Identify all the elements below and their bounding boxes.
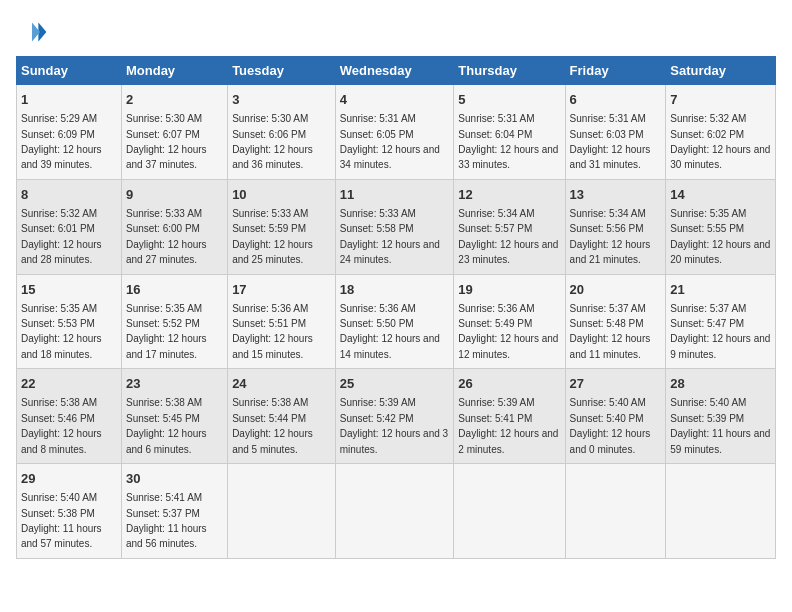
- calendar-cell: 4 Sunrise: 5:31 AM Sunset: 6:05 PM Dayli…: [335, 85, 454, 180]
- calendar-cell: 25 Sunrise: 5:39 AM Sunset: 5:42 PM Dayl…: [335, 369, 454, 464]
- day-sunset: Sunset: 6:05 PM: [340, 129, 414, 140]
- day-sunrise: Sunrise: 5:33 AM: [340, 208, 416, 219]
- day-sunset: Sunset: 6:04 PM: [458, 129, 532, 140]
- day-sunrise: Sunrise: 5:40 AM: [670, 397, 746, 408]
- day-daylight: Daylight: 12 hours and 36 minutes.: [232, 144, 313, 170]
- weekday-header-wednesday: Wednesday: [335, 57, 454, 85]
- day-number: 12: [458, 186, 560, 204]
- day-daylight: Daylight: 12 hours and 9 minutes.: [670, 333, 770, 359]
- day-sunset: Sunset: 5:56 PM: [570, 223, 644, 234]
- day-sunrise: Sunrise: 5:41 AM: [126, 492, 202, 503]
- day-sunset: Sunset: 5:45 PM: [126, 413, 200, 424]
- calendar-cell: 20 Sunrise: 5:37 AM Sunset: 5:48 PM Dayl…: [565, 274, 666, 369]
- day-sunrise: Sunrise: 5:34 AM: [570, 208, 646, 219]
- day-daylight: Daylight: 12 hours and 2 minutes.: [458, 428, 558, 454]
- day-daylight: Daylight: 12 hours and 8 minutes.: [21, 428, 102, 454]
- day-number: 5: [458, 91, 560, 109]
- day-daylight: Daylight: 12 hours and 17 minutes.: [126, 333, 207, 359]
- calendar-cell: 6 Sunrise: 5:31 AM Sunset: 6:03 PM Dayli…: [565, 85, 666, 180]
- day-number: 25: [340, 375, 450, 393]
- day-number: 22: [21, 375, 117, 393]
- day-sunrise: Sunrise: 5:33 AM: [232, 208, 308, 219]
- calendar-cell: 17 Sunrise: 5:36 AM Sunset: 5:51 PM Dayl…: [228, 274, 336, 369]
- day-sunset: Sunset: 5:37 PM: [126, 508, 200, 519]
- calendar-cell: 14 Sunrise: 5:35 AM Sunset: 5:55 PM Dayl…: [666, 179, 776, 274]
- day-sunrise: Sunrise: 5:34 AM: [458, 208, 534, 219]
- weekday-header-saturday: Saturday: [666, 57, 776, 85]
- day-sunset: Sunset: 5:57 PM: [458, 223, 532, 234]
- day-number: 20: [570, 281, 662, 299]
- calendar-week-2: 8 Sunrise: 5:32 AM Sunset: 6:01 PM Dayli…: [17, 179, 776, 274]
- calendar-week-4: 22 Sunrise: 5:38 AM Sunset: 5:46 PM Dayl…: [17, 369, 776, 464]
- day-sunset: Sunset: 5:58 PM: [340, 223, 414, 234]
- day-sunrise: Sunrise: 5:33 AM: [126, 208, 202, 219]
- day-daylight: Daylight: 11 hours and 56 minutes.: [126, 523, 207, 549]
- day-daylight: Daylight: 12 hours and 33 minutes.: [458, 144, 558, 170]
- weekday-header-thursday: Thursday: [454, 57, 565, 85]
- day-number: 6: [570, 91, 662, 109]
- day-daylight: Daylight: 12 hours and 31 minutes.: [570, 144, 651, 170]
- calendar-week-5: 29 Sunrise: 5:40 AM Sunset: 5:38 PM Dayl…: [17, 464, 776, 559]
- calendar-cell: 23 Sunrise: 5:38 AM Sunset: 5:45 PM Dayl…: [121, 369, 227, 464]
- day-sunset: Sunset: 6:07 PM: [126, 129, 200, 140]
- day-sunrise: Sunrise: 5:31 AM: [340, 113, 416, 124]
- day-daylight: Daylight: 12 hours and 23 minutes.: [458, 239, 558, 265]
- weekday-header-monday: Monday: [121, 57, 227, 85]
- day-daylight: Daylight: 11 hours and 57 minutes.: [21, 523, 102, 549]
- calendar-cell: 5 Sunrise: 5:31 AM Sunset: 6:04 PM Dayli…: [454, 85, 565, 180]
- weekday-header-tuesday: Tuesday: [228, 57, 336, 85]
- day-daylight: Daylight: 12 hours and 15 minutes.: [232, 333, 313, 359]
- day-number: 7: [670, 91, 771, 109]
- day-daylight: Daylight: 11 hours and 59 minutes.: [670, 428, 770, 454]
- day-sunrise: Sunrise: 5:38 AM: [126, 397, 202, 408]
- day-number: 14: [670, 186, 771, 204]
- day-sunrise: Sunrise: 5:36 AM: [232, 303, 308, 314]
- day-sunset: Sunset: 5:59 PM: [232, 223, 306, 234]
- day-sunset: Sunset: 5:40 PM: [570, 413, 644, 424]
- calendar-cell: 26 Sunrise: 5:39 AM Sunset: 5:41 PM Dayl…: [454, 369, 565, 464]
- day-sunset: Sunset: 6:06 PM: [232, 129, 306, 140]
- day-number: 18: [340, 281, 450, 299]
- day-sunset: Sunset: 5:55 PM: [670, 223, 744, 234]
- day-sunrise: Sunrise: 5:36 AM: [458, 303, 534, 314]
- day-sunrise: Sunrise: 5:31 AM: [458, 113, 534, 124]
- day-daylight: Daylight: 12 hours and 24 minutes.: [340, 239, 440, 265]
- calendar-cell: 30 Sunrise: 5:41 AM Sunset: 5:37 PM Dayl…: [121, 464, 227, 559]
- calendar-cell: [335, 464, 454, 559]
- calendar-cell: 7 Sunrise: 5:32 AM Sunset: 6:02 PM Dayli…: [666, 85, 776, 180]
- day-daylight: Daylight: 12 hours and 14 minutes.: [340, 333, 440, 359]
- logo: [16, 16, 52, 48]
- day-number: 29: [21, 470, 117, 488]
- logo-icon: [16, 16, 48, 48]
- calendar-cell: 16 Sunrise: 5:35 AM Sunset: 5:52 PM Dayl…: [121, 274, 227, 369]
- day-number: 15: [21, 281, 117, 299]
- calendar-table: SundayMondayTuesdayWednesdayThursdayFrid…: [16, 56, 776, 559]
- calendar-cell: 12 Sunrise: 5:34 AM Sunset: 5:57 PM Dayl…: [454, 179, 565, 274]
- day-sunrise: Sunrise: 5:36 AM: [340, 303, 416, 314]
- day-number: 8: [21, 186, 117, 204]
- day-daylight: Daylight: 12 hours and 27 minutes.: [126, 239, 207, 265]
- day-daylight: Daylight: 12 hours and 21 minutes.: [570, 239, 651, 265]
- day-daylight: Daylight: 12 hours and 28 minutes.: [21, 239, 102, 265]
- day-sunrise: Sunrise: 5:40 AM: [570, 397, 646, 408]
- calendar-cell: 21 Sunrise: 5:37 AM Sunset: 5:47 PM Dayl…: [666, 274, 776, 369]
- day-sunset: Sunset: 5:49 PM: [458, 318, 532, 329]
- day-sunrise: Sunrise: 5:39 AM: [340, 397, 416, 408]
- day-number: 26: [458, 375, 560, 393]
- day-sunrise: Sunrise: 5:35 AM: [21, 303, 97, 314]
- day-sunset: Sunset: 5:48 PM: [570, 318, 644, 329]
- calendar-cell: [565, 464, 666, 559]
- day-sunset: Sunset: 5:39 PM: [670, 413, 744, 424]
- day-daylight: Daylight: 12 hours and 37 minutes.: [126, 144, 207, 170]
- day-daylight: Daylight: 12 hours and 11 minutes.: [570, 333, 651, 359]
- day-sunrise: Sunrise: 5:39 AM: [458, 397, 534, 408]
- day-number: 16: [126, 281, 223, 299]
- day-sunset: Sunset: 5:38 PM: [21, 508, 95, 519]
- day-daylight: Daylight: 12 hours and 5 minutes.: [232, 428, 313, 454]
- calendar-cell: 2 Sunrise: 5:30 AM Sunset: 6:07 PM Dayli…: [121, 85, 227, 180]
- day-number: 3: [232, 91, 331, 109]
- day-sunset: Sunset: 5:47 PM: [670, 318, 744, 329]
- calendar-cell: [454, 464, 565, 559]
- day-number: 30: [126, 470, 223, 488]
- day-sunset: Sunset: 5:46 PM: [21, 413, 95, 424]
